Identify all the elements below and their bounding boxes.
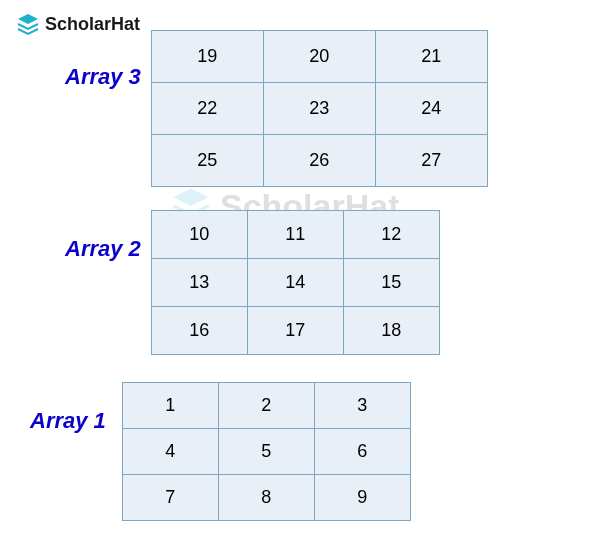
table-row: 1 2 3 bbox=[122, 383, 410, 429]
cell: 11 bbox=[247, 211, 343, 259]
cell: 18 bbox=[343, 307, 439, 355]
cell: 5 bbox=[218, 429, 314, 475]
array-2-group: Array 2 10 11 12 13 14 15 16 17 18 bbox=[65, 210, 440, 355]
cell: 6 bbox=[314, 429, 410, 475]
cell: 15 bbox=[343, 259, 439, 307]
array-2-label: Array 2 bbox=[65, 236, 141, 262]
array-3-label: Array 3 bbox=[65, 64, 141, 90]
cell: 13 bbox=[151, 259, 247, 307]
cell: 27 bbox=[375, 135, 487, 187]
array-2-grid: 10 11 12 13 14 15 16 17 18 bbox=[151, 210, 440, 355]
array-1-grid: 1 2 3 4 5 6 7 8 9 bbox=[122, 382, 411, 521]
cell: 25 bbox=[151, 135, 263, 187]
table-row: 13 14 15 bbox=[151, 259, 439, 307]
table-row: 4 5 6 bbox=[122, 429, 410, 475]
cell: 4 bbox=[122, 429, 218, 475]
cell: 8 bbox=[218, 475, 314, 521]
array-3-group: Array 3 19 20 21 22 23 24 25 26 27 bbox=[65, 30, 488, 187]
table-row: 19 20 21 bbox=[151, 31, 487, 83]
array-3-grid: 19 20 21 22 23 24 25 26 27 bbox=[151, 30, 488, 187]
table-row: 7 8 9 bbox=[122, 475, 410, 521]
cell: 1 bbox=[122, 383, 218, 429]
table-row: 10 11 12 bbox=[151, 211, 439, 259]
cell: 7 bbox=[122, 475, 218, 521]
cell: 26 bbox=[263, 135, 375, 187]
cell: 2 bbox=[218, 383, 314, 429]
cell: 12 bbox=[343, 211, 439, 259]
cell: 21 bbox=[375, 31, 487, 83]
stack-icon bbox=[16, 12, 40, 36]
array-1-label: Array 1 bbox=[30, 408, 106, 434]
cell: 17 bbox=[247, 307, 343, 355]
cell: 16 bbox=[151, 307, 247, 355]
cell: 3 bbox=[314, 383, 410, 429]
cell: 14 bbox=[247, 259, 343, 307]
cell: 23 bbox=[263, 83, 375, 135]
cell: 20 bbox=[263, 31, 375, 83]
cell: 22 bbox=[151, 83, 263, 135]
cell: 9 bbox=[314, 475, 410, 521]
table-row: 22 23 24 bbox=[151, 83, 487, 135]
table-row: 25 26 27 bbox=[151, 135, 487, 187]
cell: 24 bbox=[375, 83, 487, 135]
cell: 10 bbox=[151, 211, 247, 259]
cell: 19 bbox=[151, 31, 263, 83]
table-row: 16 17 18 bbox=[151, 307, 439, 355]
array-1-group: Array 1 1 2 3 4 5 6 7 8 9 bbox=[30, 382, 411, 521]
